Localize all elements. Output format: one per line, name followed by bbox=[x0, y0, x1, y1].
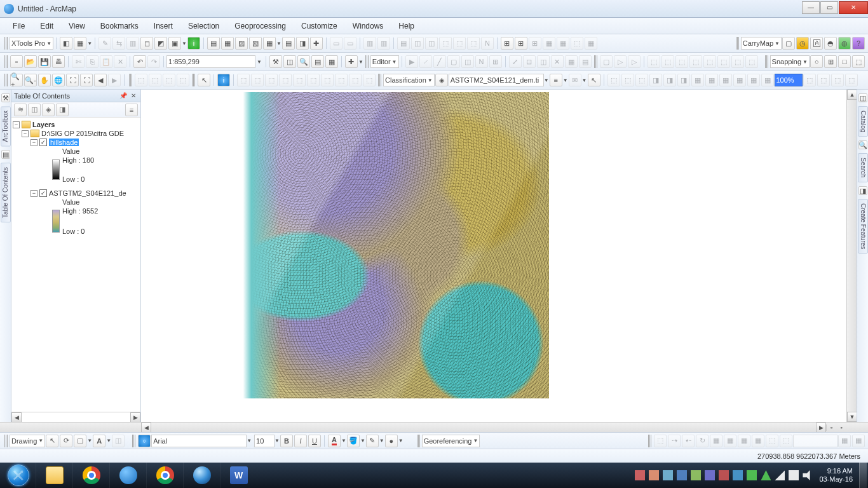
menu-customize[interactable]: Customize bbox=[294, 19, 345, 33]
edit-btn-5[interactable]: N bbox=[475, 55, 488, 68]
tray-icon[interactable] bbox=[649, 470, 659, 480]
xtools-btn-3[interactable]: ✎ bbox=[98, 37, 111, 50]
t3-1[interactable]: ⬚ bbox=[135, 74, 147, 86]
shape-tool[interactable]: ▢ bbox=[74, 435, 86, 447]
gr-btn-3[interactable]: ⇠ bbox=[682, 435, 695, 447]
toc-list-by-source[interactable]: ◫ bbox=[28, 104, 41, 116]
toolbar-grip[interactable] bbox=[4, 37, 8, 50]
toc-close-button[interactable]: ✕ bbox=[129, 92, 138, 100]
t3-4[interactable]: ⬚ bbox=[177, 74, 189, 86]
rotate-tool[interactable]: ⟳ bbox=[60, 435, 72, 447]
expand-layers[interactable]: − bbox=[13, 121, 20, 128]
repr-btn-2[interactable]: ▷ bbox=[614, 55, 627, 68]
taskbar-chrome-1[interactable] bbox=[72, 463, 109, 488]
class-btn-16[interactable]: ▦ bbox=[761, 74, 774, 86]
redo-button[interactable]: ↷ bbox=[147, 55, 160, 68]
map-canvas[interactable] bbox=[239, 92, 549, 398]
tray-icon[interactable] bbox=[761, 470, 771, 480]
taskbar-google-earth[interactable] bbox=[183, 463, 220, 488]
right-tab-search[interactable]: Search bbox=[858, 153, 868, 182]
toolbar-grip[interactable] bbox=[736, 37, 739, 50]
xtools-btn-24[interactable]: ⬚ bbox=[439, 37, 452, 50]
toolbar-grip[interactable] bbox=[4, 55, 8, 68]
carrymap-btn-4[interactable]: ◓ bbox=[824, 37, 837, 50]
map-view[interactable] bbox=[141, 90, 846, 422]
xtools-btn-28[interactable]: ⊞ bbox=[501, 37, 513, 50]
xtools-btn-4[interactable]: ⇆ bbox=[112, 37, 125, 50]
menu-geoprocessing[interactable]: Geoprocessing bbox=[227, 19, 294, 33]
xtools-btn-17[interactable]: ▭ bbox=[330, 37, 342, 50]
xtools-btn-19[interactable]: ▥ bbox=[363, 37, 376, 50]
delete-button[interactable]: ✕ bbox=[114, 55, 126, 68]
menu-file[interactable]: File bbox=[5, 19, 32, 33]
font-color-button[interactable]: A bbox=[328, 435, 341, 447]
bold-button[interactable]: B bbox=[280, 435, 293, 447]
edit-btn-7[interactable]: ⤢ bbox=[509, 55, 522, 68]
classification-layer[interactable]: ASTGTM2_S04E121_dem.ti bbox=[449, 74, 544, 86]
xtools-btn-22[interactable]: ◫ bbox=[411, 37, 424, 50]
gr-btn-8[interactable]: ▦ bbox=[752, 435, 764, 447]
tray-network-icon[interactable] bbox=[789, 470, 799, 480]
full-extent-button[interactable]: 🌐 bbox=[52, 74, 65, 86]
edit-btn-12[interactable]: ▤ bbox=[579, 55, 592, 68]
editor-dropdown[interactable]: Editor▼ bbox=[370, 55, 399, 68]
xtools-btn-9[interactable]: ▤ bbox=[207, 37, 220, 50]
new-button[interactable]: ▫ bbox=[10, 55, 23, 68]
menu-view[interactable]: View bbox=[61, 19, 93, 33]
t3-13[interactable]: ⬚ bbox=[349, 74, 362, 86]
xtools-btn-6[interactable]: ◻ bbox=[140, 37, 153, 50]
toolbar-grip[interactable] bbox=[378, 74, 381, 86]
t3-10[interactable]: ⬚ bbox=[307, 74, 320, 86]
t3-2[interactable]: ⬚ bbox=[149, 74, 161, 86]
class-btn-3[interactable]: ✉ bbox=[569, 74, 581, 86]
vscroll-track[interactable] bbox=[847, 100, 857, 412]
xtools-btn-10[interactable]: ▦ bbox=[221, 37, 234, 50]
view-layout[interactable]: ▫ bbox=[836, 424, 846, 431]
xtools-btn-16[interactable]: ✚ bbox=[310, 37, 323, 50]
font-name-input[interactable]: Arial bbox=[151, 435, 247, 447]
t3-14[interactable]: ⬚ bbox=[363, 74, 376, 86]
gr-btn-9[interactable]: ⬚ bbox=[766, 435, 778, 447]
class-btn-20[interactable]: ⬚ bbox=[845, 74, 858, 86]
xtools-btn-27[interactable]: N bbox=[481, 37, 494, 50]
georeferencing-dropdown[interactable]: Georeferencing▼ bbox=[422, 435, 480, 447]
expand-layer-hillshade[interactable]: − bbox=[31, 139, 37, 146]
toc-list-by-drawing[interactable]: ≋ bbox=[14, 104, 27, 116]
menu-bookmarks[interactable]: Bookmarks bbox=[93, 19, 146, 33]
start-button[interactable] bbox=[1, 463, 36, 488]
t3-11[interactable]: ⬚ bbox=[321, 74, 334, 86]
repr-btn-10[interactable]: ⬚ bbox=[731, 55, 744, 68]
xtools-btn-14[interactable]: ▤ bbox=[282, 37, 295, 50]
taskbar-arcmap[interactable] bbox=[109, 463, 146, 488]
hscroll-left[interactable]: ◀ bbox=[141, 423, 151, 433]
repr-btn-7[interactable]: ⬚ bbox=[689, 55, 702, 68]
toc-tree[interactable]: − Layers − D:\SIG OP 2015\citra GDE − ✓ … bbox=[11, 118, 140, 412]
gr-btn-11[interactable]: ▦ bbox=[838, 435, 851, 447]
carrymap-btn-5[interactable]: ◍ bbox=[838, 37, 851, 50]
paste-button[interactable]: 📋 bbox=[100, 55, 112, 68]
menu-edit[interactable]: Edit bbox=[32, 19, 61, 33]
forward-button[interactable]: ▶ bbox=[108, 74, 121, 86]
gr-btn-10[interactable]: ⬚ bbox=[780, 435, 792, 447]
datasource-node[interactable]: D:\SIG OP 2015\citra GDE bbox=[41, 130, 124, 137]
taskbar-chrome-2[interactable] bbox=[146, 463, 183, 488]
select-elements[interactable]: ↖ bbox=[198, 74, 210, 86]
fill-color-button[interactable]: 🪣 bbox=[347, 435, 360, 447]
snapping-dropdown[interactable]: Snapping▼ bbox=[770, 55, 810, 68]
add-data-button[interactable]: ✚ bbox=[345, 55, 358, 68]
edit-btn-3[interactable]: ▢ bbox=[447, 55, 460, 68]
minimize-button[interactable]: — bbox=[802, 1, 820, 14]
repr-btn-4[interactable]: ⬚ bbox=[648, 55, 660, 68]
edit-btn-6[interactable]: ⊞ bbox=[489, 55, 502, 68]
catalog-button[interactable]: ◫ bbox=[283, 55, 296, 68]
tray-icon[interactable] bbox=[719, 470, 729, 480]
hscroll-track[interactable] bbox=[151, 423, 816, 433]
toc-pin-button[interactable]: 📌 bbox=[119, 92, 128, 100]
save-button[interactable]: 💾 bbox=[38, 55, 51, 68]
open-button[interactable]: 📂 bbox=[24, 55, 37, 68]
carrymap-btn-2[interactable]: ◷ bbox=[796, 37, 809, 50]
edit-btn-2[interactable]: ╱ bbox=[433, 55, 446, 68]
xtools-btn-7[interactable]: ◩ bbox=[154, 37, 167, 50]
class-btn-12[interactable]: ▦ bbox=[705, 74, 718, 86]
toolbar-grip[interactable] bbox=[365, 55, 369, 68]
